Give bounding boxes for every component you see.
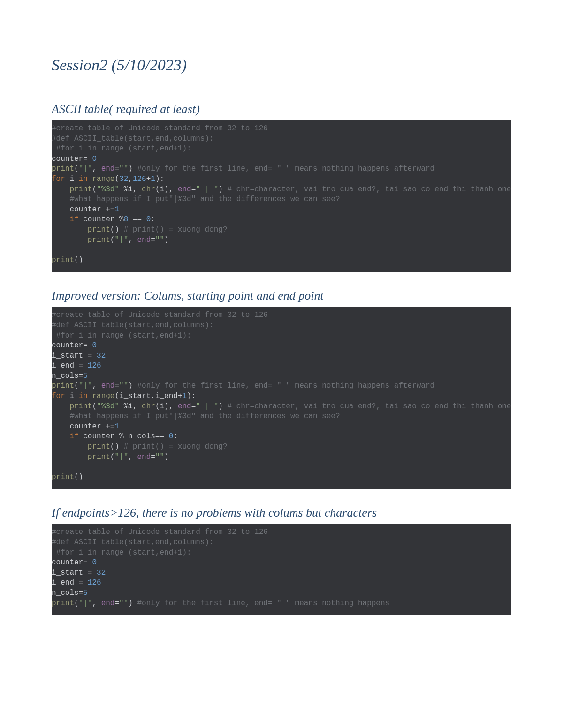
section-heading-2: Improved version: Colums, starting point… xyxy=(52,289,511,303)
document-title: Session2 (5/10/2023) xyxy=(52,56,511,74)
section-heading-1: ASCII table( required at least) xyxy=(52,102,511,116)
code-block-1: #create table of Unicode standard from 3… xyxy=(52,120,511,272)
code-block-3: #create table of Unicode standard from 3… xyxy=(52,524,511,615)
document-page: Session2 (5/10/2023) ASCII table( requir… xyxy=(0,0,563,643)
section-heading-3: If endpoints>126, there is no problems w… xyxy=(52,506,511,520)
code-block-2: #create table of Unicode standard from 3… xyxy=(52,307,511,489)
